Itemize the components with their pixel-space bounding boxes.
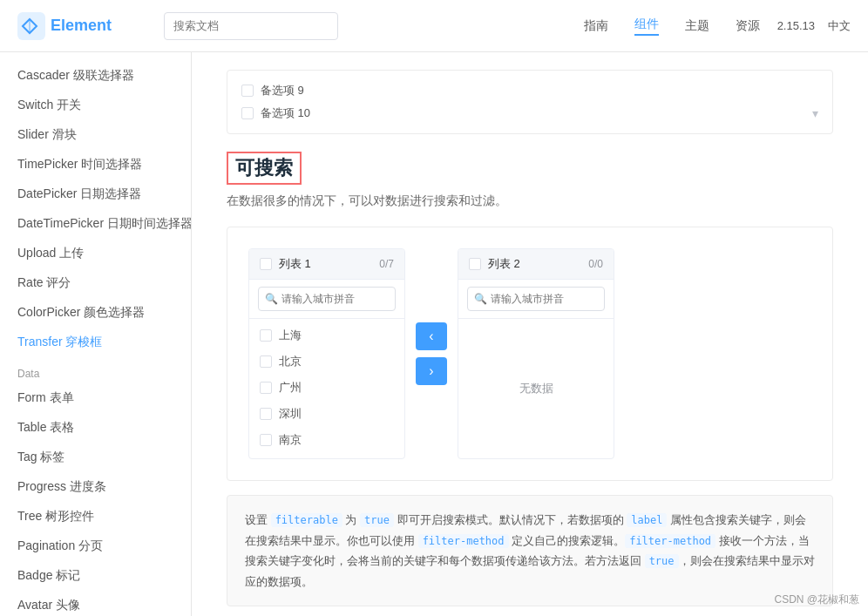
sidebar-item-switch[interactable]: Switch 开关 bbox=[0, 91, 191, 120]
sidebar-item-cascader[interactable]: Cascader 级联选择器 bbox=[0, 61, 191, 91]
main-content: 备选项 9 备选项 10 ▾ 可搜索 在数据很多的情况下，可以对数据进行搜索和过… bbox=[192, 52, 868, 616]
item-label-shenzhen: 深圳 bbox=[279, 406, 302, 422]
option-10-label: 备选项 10 bbox=[261, 105, 310, 121]
nav-resource[interactable]: 资源 bbox=[736, 18, 760, 34]
transfer-search-input-left[interactable] bbox=[258, 287, 396, 311]
option-9-checkbox[interactable] bbox=[241, 85, 254, 97]
sidebar-item-tree[interactable]: Tree 树形控件 bbox=[0, 502, 191, 531]
sidebar-item-timepicker[interactable]: TimePicker 时间选择器 bbox=[0, 150, 191, 179]
transfer-to-left-button[interactable]: ‹ bbox=[416, 322, 447, 350]
sidebar-item-colorpicker[interactable]: ColorPicker 颜色选择器 bbox=[0, 298, 191, 328]
item-label-guangzhou: 广州 bbox=[279, 380, 302, 396]
logo[interactable]: Element bbox=[17, 12, 112, 40]
list-item[interactable]: 西安 bbox=[249, 453, 404, 458]
item-checkbox-beijing[interactable] bbox=[260, 355, 272, 368]
panel-left-title: 列表 1 bbox=[279, 256, 311, 272]
layout: Cascader 级联选择器 Switch 开关 Slider 滑块 TimeP… bbox=[0, 52, 868, 616]
transfer-search-wrap-left: 🔍 bbox=[258, 287, 396, 311]
sidebar-item-transfer[interactable]: Transfer 穿梭框 bbox=[0, 328, 191, 357]
transfer-search-wrap-right: 🔍 bbox=[467, 287, 605, 311]
item-checkbox-shanghai[interactable] bbox=[260, 329, 272, 342]
code-filter-method-2: filter-method bbox=[625, 534, 715, 548]
sidebar-item-rate[interactable]: Rate 评分 bbox=[0, 268, 191, 298]
item-checkbox-nanjing[interactable] bbox=[260, 434, 272, 446]
transfer-buttons: ‹ › bbox=[416, 322, 447, 385]
code-true-2: true bbox=[645, 554, 679, 568]
item-checkbox-guangzhou[interactable] bbox=[260, 382, 272, 394]
transfer-panel-right-header: 列表 2 0/0 bbox=[458, 249, 614, 280]
code-filterable: filterable bbox=[271, 513, 342, 527]
code-label: label bbox=[627, 513, 667, 527]
sidebar-section-data: Data bbox=[0, 357, 191, 383]
sidebar-item-table[interactable]: Table 表格 bbox=[0, 413, 191, 443]
section-desc: 在数据很多的情况下，可以对数据进行搜索和过滤。 bbox=[227, 193, 833, 209]
list-item[interactable]: 广州 bbox=[249, 375, 404, 401]
sidebar-item-datepicker[interactable]: DatePicker 日期选择器 bbox=[0, 179, 191, 209]
transfer-panel-left-list: 上海 北京 广州 深圳 bbox=[249, 319, 404, 458]
item-label-nanjing: 南京 bbox=[279, 432, 302, 448]
version-selector[interactable]: 2.15.13 bbox=[777, 19, 815, 32]
search-icon-left: 🔍 bbox=[265, 293, 278, 305]
option-10-checkbox[interactable] bbox=[241, 107, 254, 119]
item-checkbox-shenzhen[interactable] bbox=[260, 408, 272, 420]
panel-left-count: 0/7 bbox=[379, 258, 394, 270]
sidebar-item-progress[interactable]: Progress 进度条 bbox=[0, 472, 191, 502]
code-filter-method-1: filter-method bbox=[418, 534, 509, 548]
list-item[interactable]: 南京 bbox=[249, 427, 404, 453]
nav-theme[interactable]: 主题 bbox=[685, 18, 709, 34]
sidebar: Cascader 级联选择器 Switch 开关 Slider 滑块 TimeP… bbox=[0, 52, 192, 616]
main-nav: 指南 组件 主题 资源 bbox=[584, 17, 760, 36]
panel-left-all-checkbox[interactable] bbox=[260, 258, 272, 270]
top-panel-content: 备选项 9 备选项 10 ▾ bbox=[227, 71, 832, 133]
section-title-box: 可搜索 bbox=[227, 152, 302, 185]
transfer-panel-left-header-left: 列表 1 bbox=[260, 256, 311, 272]
sidebar-item-badge[interactable]: Badge 标记 bbox=[0, 561, 191, 591]
sidebar-item-form[interactable]: Form 表单 bbox=[0, 383, 191, 413]
watermark: CSDN @花椒和葱 bbox=[774, 592, 859, 607]
search-input[interactable] bbox=[164, 12, 338, 40]
panel-right-title: 列表 2 bbox=[488, 256, 520, 272]
transfer-panel-right-list: 无数据 bbox=[458, 319, 614, 458]
option-row-10: 备选项 10 ▾ bbox=[241, 102, 818, 125]
transfer-component: 列表 1 0/7 🔍 上海 bbox=[248, 248, 811, 459]
transfer-panel-right-search: 🔍 bbox=[458, 280, 614, 319]
sidebar-item-slider[interactable]: Slider 滑块 bbox=[0, 120, 191, 150]
list-item[interactable]: 深圳 bbox=[249, 401, 404, 427]
transfer-panel-left: 列表 1 0/7 🔍 上海 bbox=[248, 248, 405, 459]
sidebar-item-avatar[interactable]: Avatar 头像 bbox=[0, 591, 191, 616]
panel-right-count: 0/0 bbox=[588, 258, 603, 270]
search-box bbox=[164, 12, 338, 40]
logo-text: Element bbox=[51, 17, 112, 35]
element-logo-icon bbox=[17, 12, 45, 40]
list-item[interactable]: 上海 bbox=[249, 322, 404, 349]
transfer-panel-left-search: 🔍 bbox=[249, 280, 404, 319]
transfer-to-right-button[interactable]: › bbox=[416, 357, 447, 385]
section-title: 可搜索 bbox=[235, 157, 293, 179]
option-9-label: 备选项 9 bbox=[261, 83, 304, 98]
sidebar-item-upload[interactable]: Upload 上传 bbox=[0, 239, 191, 268]
list-item[interactable]: 北京 bbox=[249, 349, 404, 375]
sidebar-item-datetimepicker[interactable]: DateTimePicker 日期时间选择器 bbox=[0, 209, 191, 239]
sidebar-item-tag[interactable]: Tag 标签 bbox=[0, 443, 191, 472]
transfer-panel-right-header-left: 列表 2 bbox=[469, 256, 520, 272]
top-options-panel: 备选项 9 备选项 10 ▾ bbox=[227, 70, 833, 134]
transfer-empty-text: 无数据 bbox=[458, 322, 614, 455]
description-box: 设置 filterable 为 true 即可开启搜索模式。默认情况下，若数据项… bbox=[227, 495, 833, 606]
header: Element 指南 组件 主题 资源 2.15.13 中文 bbox=[0, 0, 868, 52]
item-label-shanghai: 上海 bbox=[279, 328, 302, 343]
demo-box: 列表 1 0/7 🔍 上海 bbox=[227, 227, 833, 481]
transfer-panel-right: 列表 2 0/0 🔍 无数据 bbox=[458, 248, 614, 459]
transfer-panel-left-header: 列表 1 0/7 bbox=[249, 249, 404, 280]
item-label-beijing: 北京 bbox=[279, 354, 302, 369]
section-header: 可搜索 bbox=[227, 152, 833, 185]
code-true-1: true bbox=[360, 513, 394, 527]
nav-guide[interactable]: 指南 bbox=[584, 18, 608, 34]
dropdown-icon: ▾ bbox=[812, 106, 818, 120]
lang-selector[interactable]: 中文 bbox=[828, 18, 851, 34]
nav-component[interactable]: 组件 bbox=[634, 17, 659, 36]
transfer-search-input-right[interactable] bbox=[467, 287, 605, 311]
panel-right-all-checkbox[interactable] bbox=[469, 258, 481, 270]
header-right: 2.15.13 中文 bbox=[777, 18, 851, 34]
sidebar-item-pagination[interactable]: Pagination 分页 bbox=[0, 531, 191, 561]
option-row-9: 备选项 9 bbox=[241, 79, 818, 102]
